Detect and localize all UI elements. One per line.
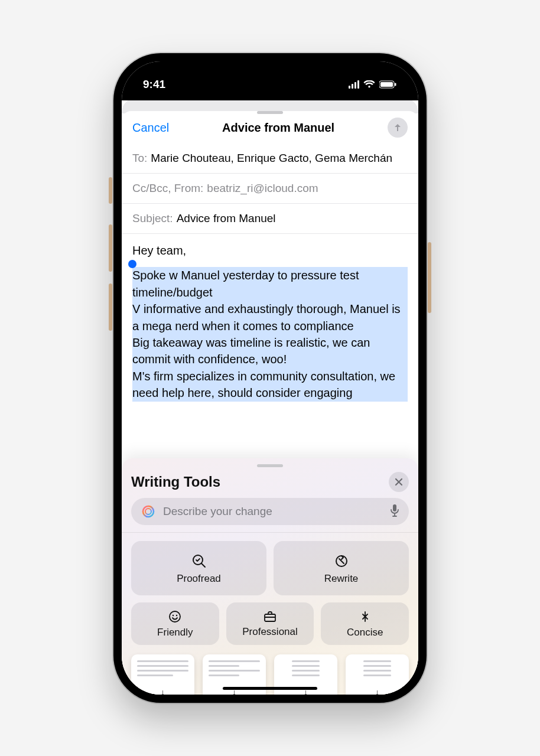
iphone-frame: 9:41 Cancel Advice from Manuel — [113, 53, 427, 703]
svg-point-8 — [170, 611, 180, 622]
divider — [122, 532, 418, 533]
ccbcc-from-field[interactable]: Cc/Bcc, From: beatriz_ri@icloud.com — [122, 174, 418, 204]
apple-intelligence-icon — [141, 504, 156, 519]
chevron-down-icon: ↓ — [161, 687, 165, 695]
proofread-label: Proofread — [177, 573, 221, 585]
svg-point-3 — [143, 506, 154, 517]
svg-rect-2 — [395, 83, 396, 86]
compose-title: Advice from Manuel — [222, 121, 334, 135]
svg-rect-11 — [265, 614, 275, 621]
concise-label: Concise — [347, 627, 383, 638]
writing-tools-title: Writing Tools — [131, 474, 220, 490]
status-time: 9:41 — [143, 78, 165, 91]
svg-rect-1 — [380, 82, 393, 87]
format-option-1[interactable]: ↓ — [131, 654, 194, 695]
describe-change-input[interactable] — [131, 498, 409, 525]
body-greeting: Hey team, — [132, 242, 408, 259]
professional-button[interactable]: Professional — [226, 602, 314, 645]
close-button[interactable] — [389, 472, 409, 492]
subject-field[interactable]: Subject: Advice from Manuel — [122, 204, 418, 234]
describe-change-field[interactable] — [163, 505, 383, 518]
microphone-icon[interactable] — [390, 504, 399, 519]
svg-point-4 — [145, 509, 151, 514]
side-button — [109, 177, 112, 204]
writing-tools-panel: Writing Tools — [122, 458, 418, 695]
smiley-icon — [168, 610, 181, 623]
home-indicator[interactable] — [223, 687, 317, 690]
to-recipients[interactable]: Marie Chouteau, Enrique Gacto, Gema Merc… — [151, 152, 392, 165]
chevron-down-icon: ↓ — [375, 687, 379, 695]
selected-text[interactable]: Spoke w Manuel yesterday to pressure tes… — [132, 267, 408, 401]
wifi-icon — [363, 80, 375, 89]
concise-icon — [359, 610, 372, 623]
friendly-button[interactable]: Friendly — [131, 602, 219, 645]
professional-label: Professional — [242, 626, 298, 638]
proofread-button[interactable]: Proofread — [131, 541, 266, 595]
svg-point-10 — [176, 615, 177, 616]
subject-value: Advice from Manuel — [177, 212, 276, 225]
rewrite-label: Rewrite — [324, 573, 359, 585]
concise-button[interactable]: Concise — [321, 602, 409, 645]
dynamic-island — [226, 72, 314, 96]
magnifier-check-icon — [191, 553, 207, 569]
from-value: beatriz_ri@icloud.com — [207, 182, 318, 195]
send-button[interactable] — [388, 118, 408, 138]
format-option-4[interactable]: ↓ — [346, 654, 409, 695]
svg-rect-5 — [393, 504, 396, 511]
svg-point-9 — [173, 615, 174, 616]
rewrite-icon — [333, 553, 350, 569]
friendly-label: Friendly — [157, 627, 193, 638]
sheet-grabber[interactable] — [257, 111, 283, 114]
to-field[interactable]: To: Marie Chouteau, Enrique Gacto, Gema … — [122, 144, 418, 174]
briefcase-icon — [263, 611, 277, 623]
compose-sheet: Cancel Advice from Manuel To: Marie Chou… — [122, 111, 418, 695]
writing-tools-grabber[interactable] — [257, 464, 283, 467]
power-button — [428, 242, 431, 313]
volume-down-button — [109, 284, 112, 331]
volume-up-button — [109, 224, 112, 272]
rewrite-button[interactable]: Rewrite — [274, 541, 409, 595]
email-body[interactable]: Hey team, Spoke w Manuel yesterday to pr… — [122, 234, 418, 402]
to-label: To: — [132, 152, 147, 165]
cancel-button[interactable]: Cancel — [132, 121, 169, 135]
subject-label: Subject: — [132, 212, 173, 225]
ccbcc-from-label: Cc/Bcc, From: — [132, 182, 203, 195]
battery-icon — [379, 80, 397, 89]
cellular-icon — [349, 80, 359, 89]
